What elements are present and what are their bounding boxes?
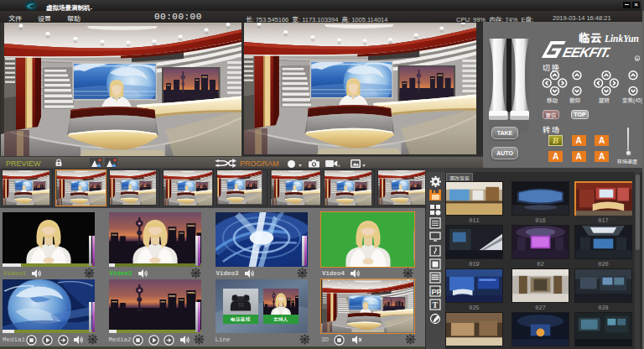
svg-text:T: T bbox=[433, 300, 439, 310]
svg-text:PP: PP bbox=[432, 288, 442, 296]
